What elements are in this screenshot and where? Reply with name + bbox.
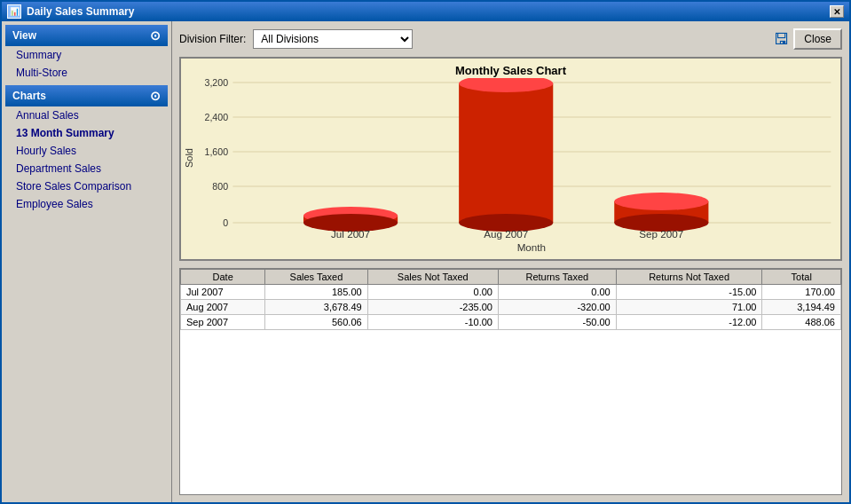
chart-svg: 3,200 2,400 1,600 800 0 Sold	[181, 78, 840, 251]
col-header-sales-taxed: Sales Taxed	[265, 270, 367, 285]
data-table-container: Date Sales Taxed Sales Not Taxed Returns…	[179, 268, 842, 495]
table-cell-0: Aug 2007	[181, 300, 265, 315]
sidebar-item-employee-sales[interactable]: Employee Sales	[5, 195, 168, 213]
close-icon: 🖫	[774, 30, 790, 49]
col-header-returns-taxed: Returns Taxed	[498, 270, 616, 285]
sidebar-item-summary[interactable]: Summary	[5, 46, 168, 64]
table-cell-2: -10.00	[367, 315, 498, 330]
table-cell-5: 488.06	[762, 315, 841, 330]
data-table: Date Sales Taxed Sales Not Taxed Returns…	[180, 269, 841, 330]
main-window: 📊 Daily Sales Summary ✕ View ⊙ Summary M…	[0, 0, 851, 504]
svg-rect-15	[459, 83, 553, 223]
table-cell-5: 170.00	[762, 285, 841, 300]
sidebar-header-charts[interactable]: Charts ⊙	[5, 85, 168, 106]
window-title: Daily Sales Summary	[27, 5, 134, 18]
close-button[interactable]: Close	[793, 28, 842, 50]
table-row: Sep 2007560.06-10.00-50.00-12.00488.06	[181, 315, 841, 330]
svg-text:0: 0	[223, 218, 228, 228]
sidebar-section-charts: Charts ⊙ Annual Sales 13 Month Summary H…	[5, 85, 168, 213]
table-cell-2: 0.00	[367, 285, 498, 300]
table-cell-3: -320.00	[498, 300, 616, 315]
table-cell-0: Sep 2007	[181, 315, 265, 330]
sidebar-item-annual-sales[interactable]: Annual Sales	[5, 106, 168, 124]
svg-text:Sold: Sold	[183, 148, 193, 168]
table-cell-4: 71.00	[616, 300, 762, 315]
sidebar-item-multi-store[interactable]: Multi-Store	[5, 64, 168, 82]
chart-title: Monthly Sales Chart	[181, 59, 840, 77]
view-collapse-icon: ⊙	[150, 28, 161, 43]
table-cell-2: -235.00	[367, 300, 498, 315]
table-cell-3: -50.00	[498, 315, 616, 330]
toolbar: Division Filter: All Divisions 🖫 Close	[179, 28, 842, 50]
col-header-returns-not-taxed: Returns Not Taxed	[616, 270, 762, 285]
table-cell-1: 560.06	[265, 315, 367, 330]
table-cell-4: -15.00	[616, 285, 762, 300]
svg-text:Month: Month	[517, 242, 546, 251]
table-cell-1: 3,678.49	[265, 300, 367, 315]
sidebar-item-hourly-sales[interactable]: Hourly Sales	[5, 142, 168, 160]
chart-container: Monthly Sales Chart 3,200 2,400 1,600 80…	[179, 57, 842, 261]
svg-text:1,600: 1,600	[205, 147, 229, 157]
window-icon: 📊	[7, 4, 21, 19]
svg-text:Aug 2007: Aug 2007	[484, 229, 528, 240]
content-area: View ⊙ Summary Multi-Store Charts ⊙ Annu…	[2, 21, 849, 502]
charts-collapse-icon: ⊙	[150, 89, 161, 103]
sidebar-section-view: View ⊙ Summary Multi-Store	[5, 25, 168, 82]
svg-text:Jul 2007: Jul 2007	[331, 229, 370, 240]
col-header-sales-not-taxed: Sales Not Taxed	[367, 270, 498, 285]
table-cell-0: Jul 2007	[181, 285, 265, 300]
svg-text:3,200: 3,200	[205, 78, 229, 88]
col-header-total: Total	[762, 270, 841, 285]
sidebar-charts-label: Charts	[12, 90, 46, 102]
svg-text:Sep 2007: Sep 2007	[639, 229, 683, 240]
table-cell-1: 185.00	[265, 285, 367, 300]
sidebar: View ⊙ Summary Multi-Store Charts ⊙ Annu…	[2, 21, 172, 502]
sidebar-header-view[interactable]: View ⊙	[5, 25, 168, 46]
sidebar-view-label: View	[12, 29, 36, 42]
svg-text:2,400: 2,400	[205, 113, 229, 122]
table-row: Jul 2007185.000.000.00-15.00170.00	[181, 285, 841, 300]
sidebar-item-department-sales[interactable]: Department Sales	[5, 160, 168, 177]
table-cell-3: 0.00	[498, 285, 616, 300]
division-filter-label: Division Filter:	[179, 33, 246, 45]
svg-text:800: 800	[212, 182, 228, 192]
col-header-date: Date	[181, 270, 265, 285]
main-content: Division Filter: All Divisions 🖫 Close M…	[172, 21, 849, 502]
table-cell-5: 3,194.49	[762, 300, 841, 315]
table-cell-4: -12.00	[616, 315, 762, 330]
svg-point-19	[614, 193, 708, 210]
table-row: Aug 20073,678.49-235.00-320.0071.003,194…	[181, 300, 841, 315]
title-bar: 📊 Daily Sales Summary ✕	[2, 2, 849, 21]
close-button-area: 🖫 Close	[774, 28, 842, 50]
sidebar-item-13-month-summary[interactable]: 13 Month Summary	[5, 124, 168, 142]
sidebar-item-store-comparison[interactable]: Store Sales Comparison	[5, 177, 168, 195]
division-filter-select[interactable]: All Divisions	[253, 29, 413, 49]
title-close-button[interactable]: ✕	[830, 5, 844, 18]
